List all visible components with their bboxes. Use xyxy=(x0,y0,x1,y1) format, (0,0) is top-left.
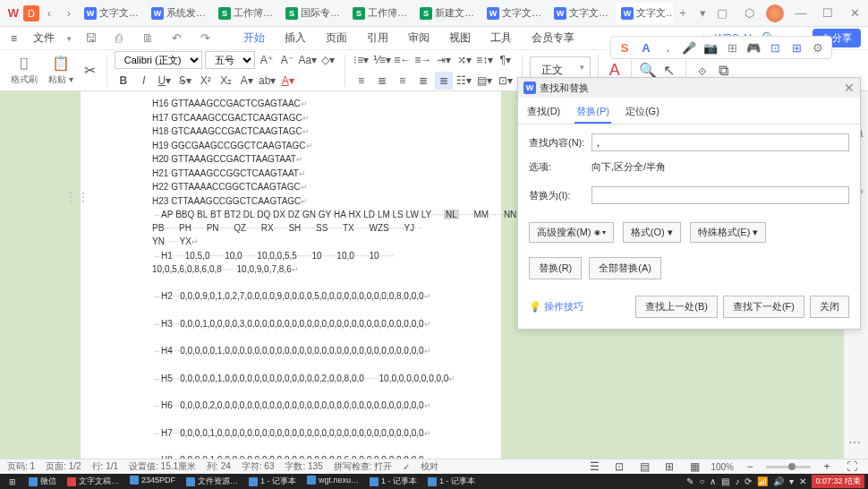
save-icon[interactable]: 🖫 xyxy=(81,29,100,48)
font-color-button[interactable]: A▾ xyxy=(279,72,297,90)
sb-proof[interactable]: 校对 xyxy=(421,460,438,473)
superscript-button[interactable]: X² xyxy=(197,72,215,90)
paragraph-handle-icon[interactable]: ⋮⋮ xyxy=(64,190,89,204)
dialog-tab-find[interactable]: 查找(D) xyxy=(525,101,562,124)
grow-font-icon[interactable]: A⁺ xyxy=(258,51,276,69)
replace-button[interactable]: 替换(R) xyxy=(529,257,582,279)
tb-up-icon[interactable]: ∧ xyxy=(710,476,716,486)
menu-视图[interactable]: 视图 xyxy=(446,29,474,47)
indent-inc-icon[interactable]: ≡→ xyxy=(414,51,432,69)
align-justify-icon[interactable]: ≣ xyxy=(414,72,432,90)
document-page[interactable]: H16·GTTAAAGCCGACTCGAGTAAC↵H17·GTCAAAGCCG… xyxy=(81,91,501,459)
zoom-slider[interactable] xyxy=(766,466,811,468)
find-prev-button[interactable]: 查找上一处(B) xyxy=(635,296,718,318)
nav-fwd-icon[interactable]: › xyxy=(59,4,79,23)
dialog-tab-goto[interactable]: 定位(G) xyxy=(624,101,661,124)
doc-tab-0[interactable]: W文字文… xyxy=(79,3,144,24)
avatar[interactable] xyxy=(766,4,784,22)
italic-button[interactable]: I xyxy=(135,72,153,90)
menu-页面[interactable]: 页面 xyxy=(322,29,351,47)
doc-tab-8[interactable]: W文字文…• xyxy=(616,3,673,24)
nav-back-icon[interactable]: ‹ xyxy=(39,4,59,23)
view-mode-3-icon[interactable]: ▤ xyxy=(635,458,653,476)
maximize-icon[interactable]: ☐ xyxy=(818,4,838,23)
bold-button[interactable]: B xyxy=(115,72,132,90)
show-marks-icon[interactable]: ¶▾ xyxy=(497,51,515,69)
new-tab-button[interactable]: + xyxy=(673,4,693,23)
taskbar-item-2[interactable]: 2345PDF xyxy=(124,476,181,485)
sb-lines[interactable]: 行: 1/1 xyxy=(92,460,118,473)
replace-input[interactable] xyxy=(591,186,849,204)
font-name-select[interactable]: Calibri (正文) xyxy=(115,51,202,69)
tb-pen-icon[interactable]: ✎ xyxy=(686,476,694,486)
taskbar-item-0[interactable]: 微信 xyxy=(23,476,62,487)
columns-icon[interactable]: ☷▾ xyxy=(455,72,473,90)
ime-game-icon[interactable]: 🎮 xyxy=(745,39,762,56)
sb-wordcount[interactable]: 字数: 135 xyxy=(285,460,322,473)
home-tab-icon[interactable]: D xyxy=(23,5,39,21)
borders-icon[interactable]: ⊡▾ xyxy=(497,72,515,90)
subscript-button[interactable]: X₂ xyxy=(217,72,235,90)
bullets-icon[interactable]: ⁝≡▾ xyxy=(353,51,370,69)
ime-grid-icon[interactable]: ⊞ xyxy=(724,39,740,56)
zoom-out-icon[interactable]: − xyxy=(741,458,759,476)
close-window-icon[interactable]: ✕ xyxy=(845,4,864,23)
taskbar-item-4[interactable]: 1 - 记事本 xyxy=(243,476,302,487)
font-effect-button[interactable]: A▾ xyxy=(238,72,256,90)
tb-tray1-icon[interactable]: ▤ xyxy=(721,476,729,486)
taskbar-item-6[interactable]: 1 - 记事本 xyxy=(364,476,422,487)
doc-tab-4[interactable]: S工作簿… xyxy=(347,3,413,24)
tab-list-icon[interactable]: ▾ xyxy=(693,4,712,23)
menu-collapse-icon[interactable]: ≡ xyxy=(7,30,21,47)
tb-tray5-icon[interactable]: ▾ xyxy=(789,476,794,486)
sb-chars[interactable]: 字符: 63 xyxy=(242,460,275,473)
ime-punct-icon[interactable]: ， xyxy=(660,39,676,56)
sb-more-icon[interactable]: ⋯ xyxy=(848,435,864,451)
strike-button[interactable]: S̶▾ xyxy=(176,72,194,90)
view-mode-2-icon[interactable]: ⊡ xyxy=(610,458,628,476)
adv-search-button[interactable]: 高级搜索(M) ◉ ▾ xyxy=(529,222,614,243)
start-button[interactable]: ⊞ xyxy=(4,474,21,489)
minimize-icon[interactable]: — xyxy=(791,4,811,23)
tb-circle-icon[interactable]: ○ xyxy=(699,476,704,486)
view-mode-1-icon[interactable]: ☰ xyxy=(585,458,603,476)
menu-审阅[interactable]: 审阅 xyxy=(404,29,433,47)
taskbar-item-1[interactable]: 文字文稿… xyxy=(62,476,124,487)
underline-button[interactable]: U▾ xyxy=(156,72,174,90)
sort-icon[interactable]: ⤮▾ xyxy=(455,51,473,69)
cube-icon[interactable]: ⬡ xyxy=(739,4,759,23)
tab-icon[interactable]: ⇥▾ xyxy=(435,51,453,69)
dialog-close-icon[interactable]: ✕ xyxy=(844,81,855,95)
ime-app1-icon[interactable]: ⊡ xyxy=(767,39,783,56)
sb-proof-icon[interactable]: ✓ xyxy=(403,462,410,472)
replace-all-button[interactable]: 全部替换(A) xyxy=(589,257,661,279)
tb-time[interactable]: 0:07:32 结束 xyxy=(812,475,864,488)
ime-app2-icon[interactable]: ⊞ xyxy=(788,39,804,56)
format-brush-button[interactable]: ⌷ 格式刷 xyxy=(7,54,41,88)
change-case-icon[interactable]: Aa▾ xyxy=(299,51,317,69)
fullscreen-icon[interactable]: ⛶ xyxy=(843,458,861,476)
tb-tray3-icon[interactable]: ⟳ xyxy=(745,476,752,486)
print-icon[interactable]: ⎙ xyxy=(109,29,129,48)
zoom-in-icon[interactable]: + xyxy=(818,458,836,476)
doc-tab-6[interactable]: W文字文… xyxy=(481,3,547,24)
view-mode-4-icon[interactable]: ⊞ xyxy=(660,458,678,476)
tips-link[interactable]: 💡操作技巧 xyxy=(529,300,583,313)
menu-引用[interactable]: 引用 xyxy=(363,29,392,47)
highlight-button[interactable]: ab▾ xyxy=(259,72,277,90)
view-mode-5-icon[interactable]: ▦ xyxy=(685,458,703,476)
taskbar-item-7[interactable]: 1 - 记事本 xyxy=(422,476,481,487)
menu-会员专享[interactable]: 会员专享 xyxy=(528,29,578,47)
find-input[interactable] xyxy=(591,133,849,151)
find-next-button[interactable]: 查找下一处(F) xyxy=(723,296,804,318)
sb-pages[interactable]: 页面: 1/2 xyxy=(46,460,81,473)
file-dropdown-icon[interactable]: ▾ xyxy=(67,34,72,43)
numbering-icon[interactable]: ⅟≡▾ xyxy=(373,51,391,69)
font-size-select[interactable]: 五号 xyxy=(205,51,255,69)
align-left-icon[interactable]: ≡ xyxy=(353,72,370,90)
indent-dec-icon[interactable]: ≡← xyxy=(394,51,412,69)
clear-format-icon[interactable]: ◇▾ xyxy=(319,51,337,69)
undo-icon[interactable]: ↶ xyxy=(166,29,186,48)
line-spacing-icon[interactable]: ≡↕▾ xyxy=(476,51,494,69)
dialog-tab-replace[interactable]: 替换(P) xyxy=(574,101,611,124)
